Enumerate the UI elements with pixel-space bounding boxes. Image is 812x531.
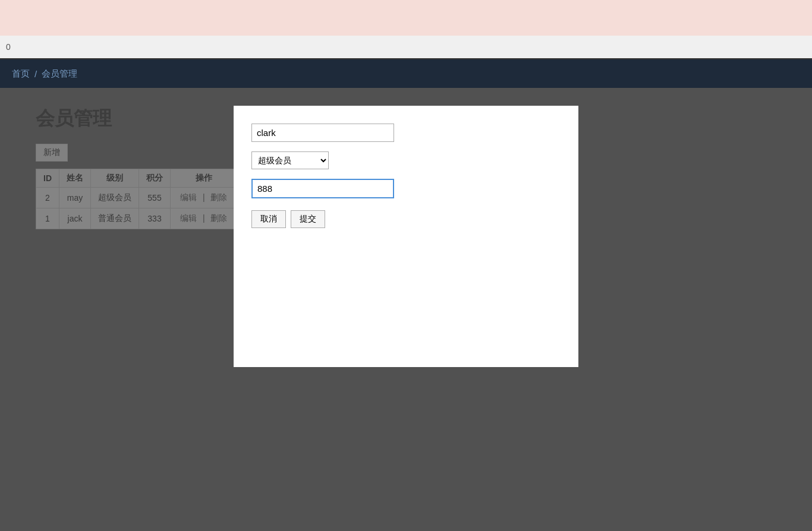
breadcrumb-bar: 首页 / 会员管理 [0, 59, 812, 88]
submit-button[interactable]: 提交 [291, 210, 325, 228]
cancel-button[interactable]: 取消 [251, 210, 286, 228]
modal-buttons: 取消 提交 [251, 210, 561, 228]
breadcrumb-home[interactable]: 首页 [12, 68, 30, 80]
modal-level-select[interactable]: 超级会员普通会员 [251, 151, 329, 169]
breadcrumb-separator: / [34, 69, 37, 79]
main-content: 会员管理 新增 ID 姓名 级别 积分 操作 2 may 超级会员 555 编辑… [0, 88, 812, 531]
nav-item: 0 [6, 42, 11, 52]
modal-name-input[interactable] [251, 124, 394, 142]
modal-overlay: 超级会员普通会员 取消 提交 [0, 88, 812, 531]
modal-score-input[interactable] [251, 179, 394, 198]
modal-dialog: 超级会员普通会员 取消 提交 [234, 106, 578, 367]
top-banner [0, 0, 812, 36]
nav-bar: 0 [0, 36, 812, 59]
breadcrumb-current[interactable]: 会员管理 [42, 68, 77, 80]
